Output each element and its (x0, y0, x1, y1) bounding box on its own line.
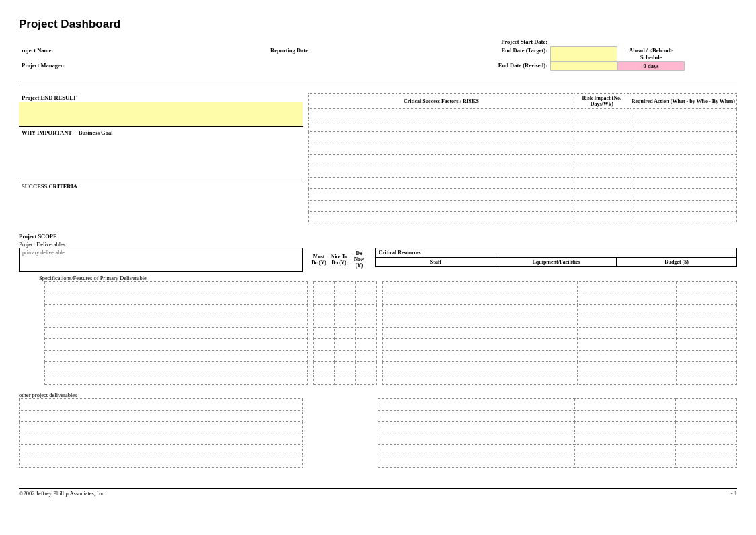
page-title: Project Dashboard (19, 17, 737, 31)
table-row[interactable] (20, 411, 303, 422)
table-row[interactable] (314, 351, 377, 362)
table-row[interactable] (377, 445, 737, 456)
nice-to-do-header: Nice To Do (Y) (330, 250, 348, 269)
deliverables-label: Project Deliverables (19, 241, 737, 248)
table-row[interactable] (45, 328, 308, 339)
risks-column: Critical Success Factors / RISKS Risk Im… (308, 93, 737, 223)
do-now-header: Do Now (Y) (350, 250, 369, 269)
end-date-target-label: End Date (Target): (436, 46, 550, 61)
table-row[interactable] (377, 422, 737, 433)
schedule-label: Ahead / <Behind> Schedule (617, 46, 685, 61)
priority-table[interactable] (313, 281, 377, 385)
table-row[interactable] (314, 339, 377, 351)
table-row[interactable] (309, 212, 737, 223)
table-row[interactable] (309, 166, 737, 178)
why-important-box[interactable] (19, 137, 303, 180)
table-row[interactable] (314, 362, 377, 373)
page-number: - 1 (731, 490, 737, 497)
header-info: Project Start Date: roject Name: Reporti… (19, 38, 737, 71)
table-row[interactable] (20, 456, 303, 468)
table-row[interactable] (309, 143, 737, 155)
table-row[interactable] (45, 339, 308, 351)
table-row[interactable] (377, 456, 737, 468)
table-row[interactable] (309, 155, 737, 166)
why-important-header: WHY IMPORTANT -- Business Goal (19, 127, 303, 137)
staff-header: Staff (376, 258, 496, 267)
table-row[interactable] (383, 373, 737, 385)
table-row[interactable] (314, 316, 377, 328)
other-deliverables-table[interactable] (19, 398, 303, 468)
specs-table[interactable] (44, 281, 308, 385)
project-name-label: roject Name: (19, 46, 268, 61)
table-row[interactable] (314, 373, 377, 385)
start-date-label: Project Start Date: (436, 38, 550, 46)
table-row[interactable] (383, 316, 737, 328)
table-row[interactable] (383, 328, 737, 339)
table-row[interactable] (45, 316, 308, 328)
success-criteria-header: SUCCESS CRITERIA (19, 180, 303, 191)
table-row[interactable] (383, 293, 737, 305)
end-date-revised-label: End Date (Revised): (436, 61, 550, 71)
project-manager-label: Project Manager: (19, 61, 268, 71)
end-date-target-value[interactable] (550, 46, 617, 61)
primary-deliverable-box[interactable]: primary deliverable (19, 248, 303, 272)
required-action-header: Required Action (What - by Who - By When… (630, 94, 736, 109)
table-row[interactable] (309, 132, 737, 143)
critical-resources-label: Critical Resources (376, 248, 737, 258)
end-date-revised-value[interactable] (550, 61, 617, 71)
footer: ©2002 Jeffrey Phillip Associates, Inc. -… (19, 488, 737, 497)
table-row[interactable] (45, 293, 308, 305)
end-result-header: Project END RESULT (19, 93, 303, 102)
table-row[interactable] (314, 293, 377, 305)
table-row[interactable] (383, 339, 737, 351)
must-do-header: Must Do (Y) (309, 250, 328, 269)
table-row[interactable] (377, 411, 737, 422)
table-row[interactable] (45, 373, 308, 385)
schedule-value: 0 days (617, 61, 685, 71)
priority-headers: Must Do (Y) Nice To Do (Y) Do Now (Y) (308, 249, 370, 270)
divider (19, 83, 737, 83)
copyright: ©2002 Jeffrey Phillip Associates, Inc. (19, 490, 106, 497)
main-content-row: Project END RESULT WHY IMPORTANT -- Busi… (19, 93, 737, 223)
left-column: Project END RESULT WHY IMPORTANT -- Busi… (19, 93, 303, 223)
table-row[interactable] (377, 399, 737, 411)
end-result-box[interactable] (19, 102, 303, 127)
table-row[interactable] (309, 120, 737, 132)
equipment-header: Equipment/Facilities (496, 258, 617, 267)
table-row[interactable] (20, 445, 303, 456)
reporting-date-label: Reporting Date: (268, 46, 436, 61)
table-row[interactable] (45, 362, 308, 373)
budget-header: Budget ($) (617, 258, 737, 267)
table-row[interactable] (309, 109, 737, 120)
table-row[interactable] (314, 328, 377, 339)
table-row[interactable] (20, 433, 303, 445)
critical-resources-header: Critical Resources Staff Equipment/Facil… (375, 248, 737, 267)
table-row[interactable] (20, 399, 303, 411)
scope-label: Project SCOPE (19, 233, 737, 240)
table-row[interactable] (377, 433, 737, 445)
table-row[interactable] (309, 201, 737, 212)
table-row[interactable] (45, 282, 308, 293)
csf-risks-header: Critical Success Factors / RISKS (309, 94, 574, 109)
resources-table[interactable] (382, 281, 737, 385)
table-row[interactable] (383, 351, 737, 362)
table-row[interactable] (20, 422, 303, 433)
other-deliverables-label: other project deliverables (19, 392, 737, 398)
risk-impact-header: Risk Impact (No. Days/Wk) (574, 94, 630, 109)
table-row[interactable] (383, 282, 737, 293)
table-row[interactable] (383, 305, 737, 316)
table-row[interactable] (383, 362, 737, 373)
table-row[interactable] (314, 282, 377, 293)
table-row[interactable] (309, 178, 737, 189)
risks-table[interactable]: Critical Success Factors / RISKS Risk Im… (308, 93, 737, 223)
specs-label: Specifications/Features of Primary Deliv… (19, 275, 737, 281)
table-row[interactable] (309, 189, 737, 201)
table-row[interactable] (45, 305, 308, 316)
success-criteria-box[interactable] (19, 191, 303, 223)
other-resources-table[interactable] (377, 398, 737, 468)
table-row[interactable] (45, 351, 308, 362)
table-row[interactable] (314, 305, 377, 316)
